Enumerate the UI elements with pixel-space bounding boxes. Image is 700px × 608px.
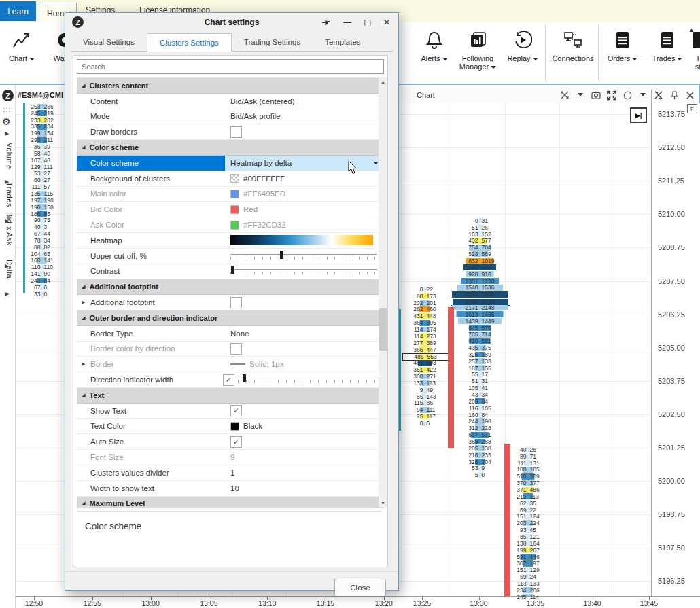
setting-row-mode[interactable]: ModeBid/Ask profile xyxy=(77,109,384,125)
sidebar-expander-icon[interactable]: ▶ xyxy=(5,130,9,137)
sidebar-item-bid-x-ask[interactable]: Bid x Ask xyxy=(1,212,14,246)
setting-row-font-size[interactable]: Font Size9 xyxy=(77,450,384,465)
setting-row-color-scheme[interactable]: Color schemeHeatmap by delta xyxy=(77,156,384,171)
ribbon-button-trades[interactable]: Trades xyxy=(647,26,688,79)
close-button[interactable]: Close xyxy=(334,579,386,596)
setting-row-clusters-values-divider[interactable]: Clusters values divider1 xyxy=(77,465,384,481)
setting-value[interactable] xyxy=(225,342,384,357)
tab-trading-settings[interactable]: Trading Settings xyxy=(232,33,313,50)
ribbon-button-alerts[interactable]: Alerts xyxy=(416,26,453,79)
checkbox[interactable] xyxy=(230,297,242,308)
setting-row-show-text[interactable]: Show Text✓ xyxy=(77,404,384,419)
pin-icon[interactable] xyxy=(318,16,333,29)
checkbox-checked[interactable]: ✓ xyxy=(223,374,234,386)
footprint-mode-badge[interactable]: F xyxy=(687,104,697,113)
setting-value[interactable] xyxy=(225,233,384,248)
setting-value[interactable] xyxy=(225,249,384,264)
setting-value[interactable] xyxy=(225,124,384,139)
tab-clusters-settings[interactable]: Clusters Settings xyxy=(147,33,232,52)
setting-row-border-color-by-direction[interactable]: Border color by direction xyxy=(77,342,384,357)
settings-section-header[interactable]: ◢Clusters content xyxy=(77,78,384,94)
caret-down-icon[interactable] xyxy=(638,90,648,100)
fullscreen-icon[interactable] xyxy=(607,90,616,100)
heatmap-gradient-bar[interactable] xyxy=(230,235,373,245)
dialog-titlebar[interactable]: Z Chart settings — ▢ ✕ xyxy=(65,13,398,32)
slider[interactable] xyxy=(238,374,384,385)
setting-value[interactable]: ✓ xyxy=(225,404,384,418)
color-swatch[interactable] xyxy=(230,174,239,183)
setting-value[interactable]: #FF6495ED xyxy=(225,187,384,202)
slider[interactable] xyxy=(230,266,377,276)
pin-icon[interactable] xyxy=(669,90,679,100)
setting-value[interactable]: None xyxy=(225,326,384,341)
setting-row-auto-size[interactable]: Auto Size✓ xyxy=(77,434,384,450)
setting-row-background-of-clusters[interactable]: Background of clusters#00FFFFFF xyxy=(77,171,384,187)
color-swatch[interactable] xyxy=(230,205,239,214)
checkbox[interactable] xyxy=(230,343,242,355)
checkbox-checked[interactable]: ✓ xyxy=(230,436,242,448)
close-icon[interactable]: ✕ xyxy=(379,16,394,29)
setting-row-contrast[interactable]: Contrast xyxy=(77,264,384,280)
setting-row-width-to-show-text[interactable]: Width to show text10 xyxy=(77,481,384,497)
crossed-arrows-icon[interactable] xyxy=(560,90,570,100)
setting-value[interactable]: Red xyxy=(225,202,384,217)
sidebar-item-trades[interactable]: Trades xyxy=(1,182,14,207)
settings-section-header[interactable]: ◢Outer border and direction indicator xyxy=(77,310,384,326)
scroll-up-icon[interactable]: ▲ xyxy=(379,77,387,86)
slider-thumb[interactable] xyxy=(280,251,283,259)
settings-section-header[interactable]: ◢Text xyxy=(77,388,384,404)
setting-value[interactable]: Bid/Ask profile xyxy=(225,109,384,124)
tab-templates[interactable]: Templates xyxy=(313,33,372,50)
setting-value[interactable]: 9 xyxy=(225,450,384,465)
drag-handle-icon[interactable] xyxy=(3,107,12,113)
minimize-icon[interactable]: — xyxy=(340,16,355,29)
setting-value[interactable]: 10 xyxy=(225,481,384,496)
settings-section-header[interactable]: ◢Additional footptint xyxy=(77,279,384,295)
setting-value[interactable]: Heatmap by delta xyxy=(225,156,384,171)
settings-section-header[interactable]: ◢Color scheme xyxy=(77,140,384,156)
setting-row-main-color[interactable]: Main color#FF6495ED xyxy=(77,187,384,202)
setting-row-bid-color[interactable]: Bid ColorRed xyxy=(77,202,384,217)
color-swatch[interactable] xyxy=(230,422,239,431)
setting-value[interactable]: Bid/Ask (centered) xyxy=(225,94,384,109)
search-input[interactable] xyxy=(77,59,384,74)
circle-icon[interactable] xyxy=(623,90,632,100)
scrollbar[interactable]: ▲ ▼ xyxy=(379,77,387,507)
color-swatch[interactable] xyxy=(230,190,239,198)
setting-value[interactable] xyxy=(225,295,384,310)
color-swatch[interactable] xyxy=(230,221,239,230)
setting-row-draw-borders[interactable]: Draw borders xyxy=(77,124,384,140)
setting-value[interactable]: ✓ xyxy=(225,434,384,449)
expander-icon[interactable]: ▶ xyxy=(5,291,9,297)
setting-value[interactable]: 1 xyxy=(225,465,384,480)
slider-thumb[interactable] xyxy=(231,266,234,274)
setting-row-text-color[interactable]: Text ColorBlack xyxy=(77,419,384,435)
maximize-icon[interactable]: ▢ xyxy=(360,16,375,29)
ribbon-button-chart[interactable]: Chart xyxy=(4,26,39,79)
setting-value[interactable]: #00FFFFFF xyxy=(225,171,384,186)
settings-section-header[interactable]: ◢Maximum Level xyxy=(77,497,384,508)
setting-value[interactable] xyxy=(225,264,384,279)
chart-panel-header[interactable]: Chart xyxy=(398,87,700,103)
setting-value[interactable]: ✓ xyxy=(217,372,384,387)
ribbon-button-connections[interactable]: Connections xyxy=(549,26,597,79)
setting-value[interactable]: Black xyxy=(225,419,384,434)
sidebar-item-delta[interactable]: Delta xyxy=(1,260,14,279)
setting-row-border[interactable]: ▶BorderSolid; 1px xyxy=(77,357,384,372)
caret-down-icon[interactable] xyxy=(576,90,585,100)
ribbon-button-following-manager[interactable]: Following Manager xyxy=(457,26,499,79)
ribbon-button-orders[interactable]: Orders xyxy=(602,26,643,79)
auto-scale-icon[interactable] xyxy=(654,90,663,100)
sidebar-item-volume[interactable]: Volume xyxy=(1,143,14,170)
collapse-ribbon-icon[interactable]: ▲ xyxy=(688,26,695,33)
setting-row-border-type[interactable]: Border TypeNone xyxy=(77,326,384,342)
tab-visual-settings[interactable]: Visual Settings xyxy=(71,33,147,50)
gear-icon[interactable]: ⚙ xyxy=(2,116,11,127)
setting-row-upper-cut-off-[interactable]: Upper cut-off, % xyxy=(77,249,384,264)
setting-row-additional-footptint[interactable]: ▶Additional footptint xyxy=(77,295,384,310)
expander-icon[interactable]: ▶ xyxy=(82,361,85,367)
ribbon-button-t-st[interactable]: T st xyxy=(689,26,700,79)
setting-row-content[interactable]: ContentBid/Ask (centered) xyxy=(77,94,384,109)
setting-value[interactable]: #FF32CD32 xyxy=(225,217,384,232)
checkbox[interactable] xyxy=(230,126,242,138)
